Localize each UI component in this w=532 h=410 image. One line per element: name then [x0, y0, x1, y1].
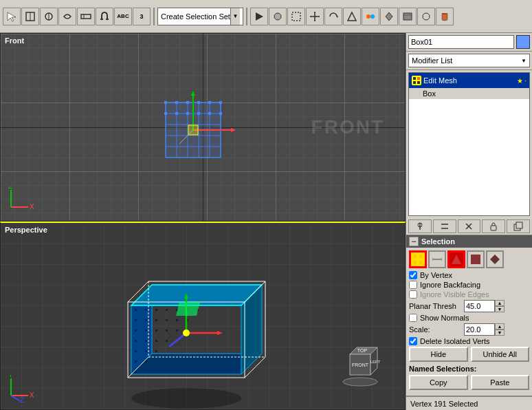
stack-btn-pin[interactable]	[408, 219, 432, 233]
planar-thresh-input[interactable]	[464, 300, 495, 312]
modifier-item-editmesh[interactable]: Edit Mesh ★ ·	[409, 73, 529, 88]
toolbar-btn-circle[interactable]	[269, 8, 287, 25]
modifier-stack: Edit Mesh ★ · Box	[408, 72, 530, 216]
object-color-box[interactable]	[516, 35, 530, 49]
scale-down[interactable]: ▼	[495, 330, 505, 336]
delete-isolated-checkbox[interactable]	[409, 337, 417, 345]
perspective-mesh	[90, 264, 282, 411]
create-selection-set-input[interactable]: Create Selection Set ▼	[157, 8, 243, 25]
toolbar-btn-scale[interactable]	[343, 8, 361, 25]
nav-cube[interactable]: TOP FRONT LEFT	[336, 341, 384, 389]
rollout-minus[interactable]: −	[409, 237, 419, 246]
toolbar-btn-4[interactable]	[58, 8, 76, 25]
polygon-mode-btn[interactable]	[467, 250, 485, 268]
scale-spinner: ▲ ▼	[495, 323, 505, 336]
stack-btn-lock[interactable]	[482, 219, 505, 233]
modifier-item-box[interactable]: Box	[409, 88, 529, 99]
hide-button[interactable]: Hide	[409, 347, 468, 362]
toolbar-btn-2[interactable]	[21, 8, 39, 25]
scale-up[interactable]: ▲	[495, 323, 505, 330]
svg-rect-134	[491, 226, 496, 230]
show-normals-checkbox[interactable]	[409, 314, 417, 322]
show-normals-row: Show Normals	[409, 314, 529, 322]
svg-point-24	[423, 13, 430, 20]
editmesh-star: ★	[517, 77, 523, 85]
svg-rect-145	[471, 255, 480, 264]
toolbar-btn-mat[interactable]	[417, 8, 435, 25]
svg-marker-0	[8, 12, 16, 21]
right-panel: Modifier List ▼ Edit Mesh ★ · Box	[406, 33, 532, 410]
toolbar-section-1: ABC 3	[3, 8, 151, 25]
svg-rect-45	[164, 112, 167, 115]
svg-rect-137	[413, 255, 417, 258]
svg-line-122	[11, 396, 20, 401]
editmesh-dot: ·	[524, 77, 527, 85]
front-viewport[interactable]: Front	[0, 33, 406, 222]
toolbar-separator-1	[153, 8, 155, 25]
svg-rect-42	[197, 101, 200, 104]
toolbar-btn-select[interactable]	[287, 8, 305, 25]
toolbar-btn-magnet[interactable]	[96, 8, 113, 25]
named-selections-label: Named Selections:	[409, 365, 529, 373]
planar-thresh-spinner: ▲ ▼	[495, 300, 505, 312]
front-viewport-label: Front	[5, 36, 24, 45]
toolbar-btn-move[interactable]	[306, 8, 324, 25]
status-text: Vertex 191 Selected	[410, 400, 478, 408]
selection-rollout-content: By Vertex Ignore Backfacing Ignore Visib…	[406, 248, 532, 396]
toolbar-btn-rotate[interactable]	[324, 8, 342, 25]
delete-isolated-label: Delete Isolated Verts	[420, 337, 490, 345]
planar-thresh-up[interactable]: ▲	[495, 300, 505, 306]
scale-label: Scale:	[409, 325, 464, 334]
create-selection-set-arrow[interactable]: ▼	[230, 8, 240, 25]
svg-marker-19	[348, 12, 356, 21]
object-name-input[interactable]	[408, 35, 514, 49]
by-vertex-checkbox[interactable]	[409, 271, 417, 279]
svg-rect-69	[166, 309, 168, 311]
svg-rect-140	[419, 261, 423, 264]
stack-btn-config[interactable]	[433, 219, 456, 233]
toolbar-section-2	[250, 8, 454, 25]
front-mesh	[152, 89, 248, 180]
modifier-list-arrow: ▼	[521, 58, 527, 64]
modifier-list-dropdown[interactable]: Modifier List ▼	[408, 54, 530, 67]
svg-point-109	[183, 330, 190, 336]
ignore-backfacing-checkbox[interactable]	[409, 281, 417, 289]
toolbar-btn-orbs[interactable]	[362, 8, 379, 25]
perspective-viewport[interactable]: Perspective	[0, 222, 406, 411]
svg-rect-44	[219, 101, 222, 104]
paste-button[interactable]: Paste	[471, 375, 530, 390]
toolbar-btn-cup[interactable]	[436, 8, 454, 25]
vertex-mode-btn[interactable]	[409, 250, 427, 268]
toolbar-btn-render2[interactable]	[399, 8, 417, 25]
toolbar-btn-5[interactable]	[77, 8, 95, 25]
scale-row: Scale: ▲ ▼	[409, 323, 529, 336]
svg-marker-142	[432, 258, 434, 261]
svg-rect-73	[135, 319, 137, 321]
create-selection-set-label: Create Selection Set	[161, 12, 230, 21]
viewports-container: Front	[0, 33, 406, 410]
copy-button[interactable]: Copy	[409, 375, 468, 390]
edge-mode-btn[interactable]	[428, 250, 446, 268]
stack-btn-unique[interactable]	[507, 219, 530, 233]
face-mode-btn[interactable]	[447, 250, 465, 268]
toolbar-btn-3[interactable]	[40, 8, 58, 25]
planar-thresh-down[interactable]: ▼	[495, 306, 505, 312]
unhide-all-button[interactable]: Unhide All	[471, 347, 530, 362]
toolbar-btn-play[interactable]	[250, 8, 268, 25]
stack-btn-delete[interactable]	[458, 219, 481, 233]
selection-rollout-header[interactable]: − Selection	[406, 235, 532, 248]
svg-text:Y: Y	[8, 375, 13, 378]
svg-marker-9	[256, 12, 263, 21]
element-mode-btn[interactable]	[486, 250, 504, 268]
svg-marker-143	[440, 258, 442, 261]
svg-rect-84	[135, 340, 137, 342]
toolbar-btn-render[interactable]	[380, 8, 398, 25]
ignore-visible-edges-checkbox[interactable]	[409, 290, 417, 299]
scale-input[interactable]	[464, 323, 495, 336]
svg-rect-43	[208, 101, 211, 104]
toolbar-btn-abc[interactable]: ABC	[114, 8, 132, 25]
ignore-visible-edges-row: Ignore Visible Edges	[409, 290, 529, 299]
toolbar-btn-1[interactable]	[3, 8, 21, 25]
svg-text:X: X	[30, 203, 34, 211]
toolbar-btn-3d[interactable]: 3	[133, 8, 151, 25]
